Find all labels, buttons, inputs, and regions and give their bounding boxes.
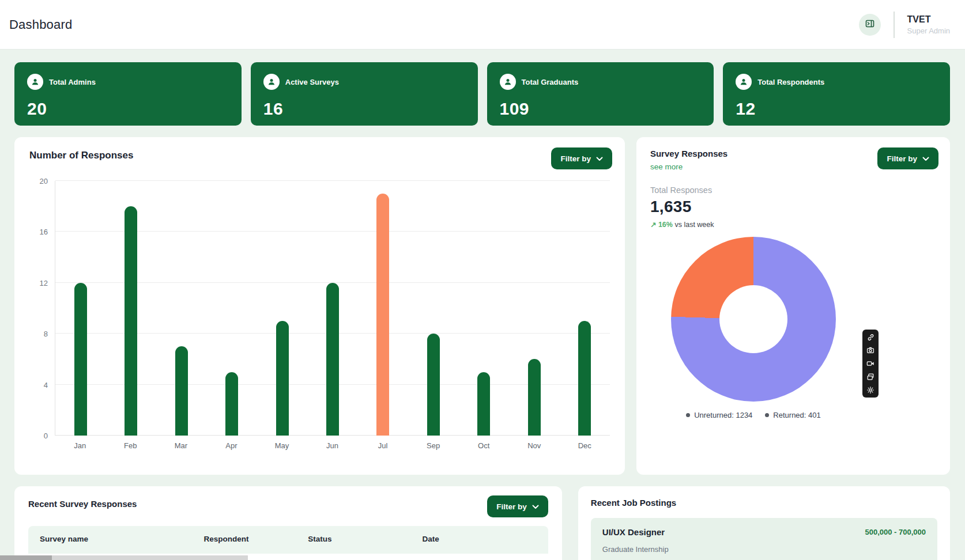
recent-job-postings-title: Recent Job Postings [591,498,937,508]
x-tick-label: May [257,441,307,450]
bar-column [105,181,156,436]
page-title: Dashboard [9,17,72,32]
delta-suffix: vs last week [674,221,714,229]
bar-jun[interactable] [326,283,339,436]
stat-card-total-graduants: Total Graduants 109 [487,62,714,126]
bar-sep[interactable] [427,334,440,436]
video-camera-icon[interactable] [866,359,875,368]
x-tick-label: Apr [206,441,257,450]
camera-icon[interactable] [866,346,875,355]
bars [55,181,610,436]
x-tick-label: Dec [559,441,610,450]
gear-icon[interactable] [866,385,875,395]
stat-value: 109 [500,99,702,119]
recent-responses-filter-button[interactable]: Filter by [487,495,548,517]
legend-item-returned: Returned: 401 [765,411,820,419]
job-salary: 500,000 - 700,000 [865,528,926,536]
x-tick-label: Oct [458,441,509,450]
column-date: Date [423,535,537,543]
stat-label: Total Respondents [757,78,824,86]
bar-jan[interactable] [74,283,87,436]
recent-survey-responses-title: Recent Survey Responses [28,499,548,509]
bar-column [459,181,509,436]
job-posting-card[interactable]: UI/UX Designer 500,000 - 700,000 Graduat… [591,518,937,560]
x-tick-label: Jan [55,441,105,450]
stat-card-total-respondents: Total Respondents 12 [723,62,950,126]
column-respondent: Respondent [203,535,308,543]
app-header: Dashboard TVET Super Admin [0,0,965,50]
total-responses-label: Total Responses [650,186,936,195]
x-tick-label: Jun [307,441,358,450]
bar-column [358,181,408,436]
bar-feb[interactable] [125,206,137,436]
filter-button-label: Filter by [496,502,527,511]
y-tick-label: 16 [40,228,48,236]
survey-filter-button[interactable]: Filter by [877,147,938,169]
x-tick-label: Sep [408,441,459,450]
stat-label: Total Graduants [522,78,579,86]
bar-mar[interactable] [175,346,188,436]
bar-column [509,181,559,436]
job-subtitle: Graduate Internship [602,545,926,554]
bar-chart: 048121620 JanFebMarAprMayJunJulSepOctNov… [29,181,610,450]
scrollbar-thumb[interactable] [0,555,52,560]
bar-nov[interactable] [528,359,541,436]
stat-label: Active Surveys [285,78,339,86]
responses-chart-panel: Number of Responses Filter by 048121620 … [14,137,625,475]
x-tick-label: Jul [357,441,408,450]
total-responses-value: 1,635 [650,198,936,216]
column-status: Status [308,535,422,543]
delta-row: ↗ 16% vs last week [650,220,936,229]
legend-dot [686,413,690,417]
see-more-link[interactable]: see more [650,162,683,171]
bar-column [257,181,307,436]
donut-chart [671,237,836,402]
stat-label: Total Admins [49,78,96,86]
y-axis-labels: 048121620 [29,181,55,436]
collapse-panel-button[interactable] [859,14,881,36]
filter-button-label: Filter by [560,154,591,163]
x-tick-label: Feb [105,441,156,450]
y-tick-label: 8 [44,330,48,338]
job-title: UI/UX Designer [602,527,665,537]
bar-apr[interactable] [225,372,238,436]
x-tick-label: Mar [156,441,206,450]
chevron-down-icon [532,502,539,511]
stat-card-total-admins: Total Admins 20 [14,62,242,126]
donut-legend: Unreturned: 1234 Returned: 401 [671,411,836,419]
user-block[interactable]: TVET Super Admin [907,14,950,35]
stat-value: 20 [27,99,229,119]
stat-value: 16 [263,99,465,119]
horizontal-scrollbar[interactable] [0,555,248,560]
bar-may[interactable] [276,321,289,436]
bar-column [156,181,206,436]
stat-value: 12 [736,99,937,119]
responses-filter-button[interactable]: Filter by [551,147,612,169]
x-axis-labels: JanFebMarAprMayJunJulSepOctNovDec [55,441,610,450]
y-tick-label: 12 [40,278,48,287]
bar-oct[interactable] [477,372,490,436]
screens-icon[interactable] [866,372,875,381]
responses-table-header: Survey name Respondent Status Date [28,526,548,554]
y-tick-label: 0 [44,432,48,440]
header-divider [894,12,895,38]
user-role: Super Admin [907,27,950,35]
bar-jul[interactable] [376,194,389,436]
bar-dec[interactable] [578,321,591,436]
screen-capture-toolbar [862,330,879,398]
legend-item-unreturned: Unreturned: 1234 [686,411,752,419]
chevron-down-icon [596,154,603,163]
chevron-down-icon [922,154,929,163]
recent-survey-responses-panel: Recent Survey Responses Filter by Survey… [14,486,562,560]
stat-card-active-surveys: Active Surveys 16 [251,62,478,126]
bar-column [560,181,610,436]
column-survey-name: Survey name [40,535,203,543]
bar-chart-plot [55,181,610,436]
link-icon[interactable] [866,332,875,342]
legend-dot [765,413,769,417]
trend-up-icon: ↗ [650,221,656,229]
collapse-panel-icon [864,18,876,32]
y-tick-label: 4 [44,380,48,389]
person-icon [500,74,516,90]
person-icon [27,74,43,90]
